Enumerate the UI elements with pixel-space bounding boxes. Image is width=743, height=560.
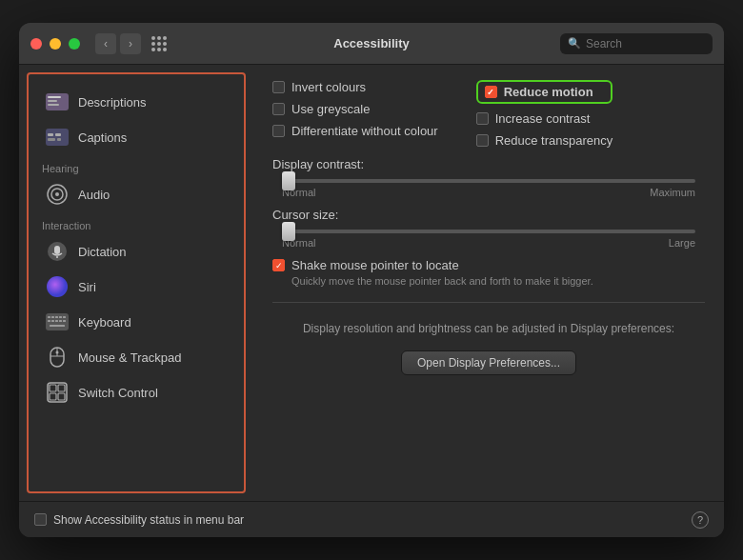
svg-rect-24 — [55, 320, 58, 322]
svg-point-15 — [47, 276, 68, 297]
svg-rect-6 — [55, 133, 61, 136]
svg-rect-22 — [48, 320, 50, 322]
forward-button[interactable]: › — [120, 33, 141, 54]
show-accessibility-status-row[interactable]: Show Accessibility status in menu bar — [34, 513, 244, 527]
grid-view-button[interactable] — [149, 33, 170, 54]
keyboard-label: Keyboard — [78, 315, 131, 330]
captions-icon — [46, 126, 69, 149]
search-input[interactable] — [586, 37, 705, 50]
differentiate-without-colour-checkbox[interactable] — [272, 125, 285, 137]
main-content: Descriptions Captions Hearing — [19, 65, 724, 501]
siri-icon — [46, 275, 69, 298]
invert-colours-row[interactable]: Invert colours — [272, 80, 438, 94]
shake-mouse-row[interactable]: ✓ Shake mouse pointer to locate — [272, 258, 705, 272]
dictation-label: Dictation — [78, 245, 127, 259]
maximize-button[interactable] — [69, 38, 80, 50]
sidebar-item-captions[interactable]: Captions — [32, 120, 240, 154]
reduce-motion-checkbox[interactable]: ✓ — [485, 86, 497, 98]
svg-rect-25 — [59, 320, 62, 322]
options-row: Invert colours Use greyscale Differentia… — [272, 80, 705, 148]
cursor-size-track[interactable] — [282, 230, 695, 233]
cursor-size-labels: Normal Large — [282, 237, 695, 249]
sidebar-item-dictation[interactable]: Dictation — [32, 234, 240, 269]
options-left: Invert colours Use greyscale Differentia… — [272, 80, 438, 138]
window-title: Accessibility — [333, 36, 410, 50]
descriptions-label: Descriptions — [78, 95, 147, 110]
cursor-size-section: Cursor size: Normal Large — [272, 208, 705, 249]
svg-rect-1 — [48, 96, 61, 98]
hearing-section-label: Hearing — [29, 155, 244, 176]
bottom-bar: Show Accessibility status in menu bar ? — [19, 501, 724, 537]
use-greyscale-row[interactable]: Use greyscale — [272, 102, 438, 116]
search-box[interactable]: 🔍 — [560, 33, 713, 54]
svg-rect-26 — [63, 320, 66, 322]
display-contrast-section: Display contrast: Normal Maximum — [272, 157, 705, 198]
svg-rect-18 — [51, 316, 54, 318]
svg-rect-8 — [57, 138, 61, 141]
cursor-size-thumb[interactable] — [282, 222, 295, 241]
sidebar-item-keyboard[interactable]: Keyboard — [32, 305, 240, 339]
svg-rect-36 — [58, 393, 65, 400]
reduce-transparency-row[interactable]: Reduce transparency — [476, 133, 613, 148]
interaction-section-label: Interaction — [29, 212, 244, 233]
captions-label: Captions — [78, 130, 127, 145]
svg-rect-13 — [54, 246, 60, 254]
close-button[interactable] — [30, 38, 42, 50]
svg-rect-20 — [59, 316, 62, 318]
audio-label: Audio — [78, 188, 110, 202]
svg-rect-2 — [48, 100, 57, 102]
display-contrast-track[interactable] — [282, 179, 695, 183]
sidebar: Descriptions Captions Hearing — [27, 72, 246, 493]
display-contrast-thumb[interactable] — [282, 171, 295, 190]
increase-contrast-checkbox[interactable] — [476, 112, 489, 125]
show-accessibility-status-checkbox[interactable] — [34, 513, 47, 526]
siri-label: Siri — [78, 280, 96, 294]
invert-colours-checkbox[interactable] — [272, 81, 285, 93]
nav-buttons: ‹ › — [95, 33, 141, 54]
sidebar-item-audio[interactable]: Audio — [32, 177, 240, 211]
shake-mouse-label: Shake mouse pointer to locate — [291, 258, 459, 272]
svg-point-31 — [56, 351, 59, 354]
shake-mouse-checkbox[interactable]: ✓ — [272, 259, 285, 271]
svg-rect-21 — [63, 316, 66, 318]
display-note: Display resolution and brightness can be… — [272, 322, 705, 335]
shake-mouse-description: Quickly move the mouse pointer back and … — [291, 275, 705, 287]
increase-contrast-row[interactable]: Increase contrast — [476, 111, 613, 126]
invert-colours-label: Invert colours — [291, 80, 366, 94]
sidebar-item-siri[interactable]: Siri — [32, 270, 240, 304]
svg-rect-3 — [48, 104, 59, 106]
use-greyscale-checkbox[interactable] — [272, 103, 285, 115]
reduce-transparency-label: Reduce transparency — [495, 133, 613, 148]
back-button[interactable]: ‹ — [95, 33, 116, 54]
svg-rect-19 — [55, 316, 58, 318]
mouse-icon — [46, 346, 69, 369]
descriptions-icon — [46, 90, 69, 113]
svg-rect-27 — [50, 325, 65, 327]
show-accessibility-status-label: Show Accessibility status in menu bar — [53, 513, 244, 527]
svg-rect-23 — [51, 320, 54, 322]
display-contrast-label: Display contrast: — [272, 157, 705, 171]
divider — [272, 302, 705, 303]
svg-point-11 — [55, 192, 59, 196]
reduce-motion-row[interactable]: ✓ Reduce motion — [476, 80, 613, 104]
svg-rect-35 — [58, 385, 65, 391]
search-icon: 🔍 — [568, 37, 581, 50]
reduce-motion-label: Reduce motion — [504, 85, 593, 99]
reduce-transparency-checkbox[interactable] — [476, 134, 489, 147]
sidebar-item-mouse-trackpad[interactable]: Mouse & Trackpad — [32, 340, 240, 374]
svg-rect-32 — [48, 383, 67, 402]
sidebar-item-switch-control[interactable]: Switch Control — [32, 375, 240, 410]
sidebar-item-descriptions[interactable]: Descriptions — [32, 85, 240, 119]
svg-rect-5 — [48, 133, 53, 136]
right-panel: Invert colours Use greyscale Differentia… — [253, 65, 724, 501]
titlebar: ‹ › Accessibility 🔍 — [19, 23, 724, 65]
svg-rect-17 — [48, 316, 50, 318]
minimize-button[interactable] — [50, 38, 61, 50]
main-window: ‹ › Accessibility 🔍 — [19, 23, 724, 537]
mouse-trackpad-label: Mouse & Trackpad — [78, 350, 181, 365]
help-button[interactable]: ? — [692, 511, 709, 529]
display-contrast-labels: Normal Maximum — [282, 187, 695, 198]
open-display-preferences-button[interactable]: Open Display Preferences... — [401, 350, 576, 375]
differentiate-without-colour-row[interactable]: Differentiate without colour — [272, 124, 438, 138]
differentiate-without-colour-label: Differentiate without colour — [291, 124, 438, 138]
